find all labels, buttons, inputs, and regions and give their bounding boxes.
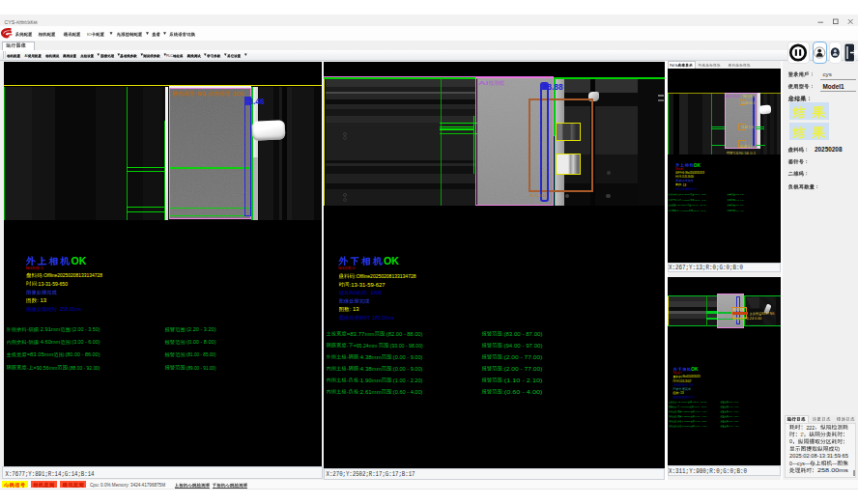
svg-text::(88.00 - 92.00): :(88.00 - 92.00) — [68, 365, 100, 371]
svg-text::(94.00 - 97.00): :(94.00 - 97.00) — [729, 406, 739, 407]
svg-text:Model1: Model1 — [823, 83, 844, 90]
svg-text::(81.00 - 85.00): :(81.00 - 85.00) — [186, 351, 216, 357]
svg-text:NG: NG — [670, 64, 678, 68]
svg-text::(0.60 - 4.00): :(0.60 - 4.00) — [502, 389, 543, 395]
svg-text:: 166: : 166 — [366, 290, 383, 295]
svg-text::(3.00 - 6.00): :(3.00 - 6.00) — [694, 199, 706, 201]
svg-text:: 13: : 13 — [679, 391, 684, 395]
svg-text:: 183.00ms: : 183.00ms — [369, 315, 394, 321]
svg-text:222: 222 — [806, 425, 815, 431]
svg-text:AI: AI — [726, 95, 731, 98]
svg-text:: 13: : 13 — [681, 183, 686, 187]
svg-text::(2.00 - 3.50): :(2.00 - 3.50) — [694, 193, 706, 195]
svg-text::4.38mm: :4.38mm — [681, 410, 690, 412]
svg-text:OK: OK — [691, 367, 699, 372]
svg-text::(1.10 - 2.10): :(1.10 - 2.10) — [502, 378, 543, 383]
svg-text::(2.00 - 77.00): :(2.00 - 77.00) — [729, 410, 739, 412]
svg-text:X:311;Y:980;R:0;G:0;B:0: X:311;Y:980;R:0;G:0;B:0 — [669, 467, 747, 475]
svg-text::(0.00 - 9.00): :(0.00 - 9.00) — [695, 410, 707, 412]
svg-text:: 166: : 166 — [688, 383, 694, 387]
svg-text:cys: cys — [823, 70, 832, 77]
svg-text:NG: NG — [673, 371, 676, 375]
svg-text:-: - — [347, 343, 349, 349]
svg-text:0—cys—: 0—cys— — [789, 461, 810, 466]
svg-text:OK: OK — [384, 255, 399, 266]
svg-text::(2.00 - 77.00): :(2.00 - 77.00) — [502, 354, 543, 360]
svg-text:-: - — [676, 425, 677, 427]
svg-text:52.48 0.1: 52.48 0.1 — [740, 145, 752, 149]
svg-text:CYS-: CYS- — [5, 19, 17, 25]
svg-text:Cpu: 0.0% Memory: 3424.4179687: Cpu: 0.0% Memory: 3424.41796875M — [90, 482, 165, 488]
svg-text::(3.00 - 6.00): :(3.00 - 6.00) — [71, 339, 100, 345]
svg-text:NG: NG — [338, 266, 344, 270]
svg-text:: 183.00ms: : 183.00ms — [691, 395, 695, 399]
svg-text:OK: OK — [72, 255, 87, 266]
svg-text:0: 0 — [789, 438, 792, 444]
svg-text:258.00ms: 258.00ms — [817, 467, 848, 473]
svg-text:PLC: PLC — [166, 54, 173, 58]
svg-text::2.91mm: :2.91mm — [39, 326, 60, 332]
svg-text::1: :1 — [40, 266, 43, 270]
svg-text:: 258.00ms: : 258.00ms — [694, 187, 698, 191]
svg-text::(2.20 - 3.20): :(2.20 - 3.20) — [735, 193, 744, 195]
svg-text::(1.10 - 2.10): :(1.10 - 2.10) — [729, 420, 739, 422]
svg-text:X:7677;Y:891;R:14;G:14;B:14: X:7677;Y:891;R:14;G:14;B:14 — [6, 470, 95, 478]
svg-text::(94.00 - 97.00): :(94.00 - 97.00) — [502, 343, 543, 349]
svg-text:=90.56mm: =90.56mm — [34, 365, 58, 371]
svg-text:AI: AI — [25, 54, 28, 58]
svg-text::(81.00 - 85.00): :(81.00 - 85.00) — [735, 204, 744, 206]
svg-text::(89.00 - 91.00): :(89.00 - 91.00) — [735, 210, 744, 211]
svg-text:-: - — [676, 210, 677, 211]
svg-text::(1.00 - 2.20): :(1.00 - 2.20) — [391, 378, 422, 383]
svg-text::(82.00 - 88.00): :(82.00 - 88.00) — [692, 401, 707, 403]
svg-text::(89.00 - 91.00): :(89.00 - 91.00) — [186, 365, 216, 371]
svg-text:-: - — [676, 199, 677, 201]
svg-text::(0.00 - 8.00): :(0.00 - 8.00) — [735, 199, 744, 201]
svg-text::13-31-59-650: :13-31-59-650 — [681, 175, 694, 179]
svg-text::(0.60 - 4.00): :(0.60 - 4.00) — [729, 425, 739, 427]
svg-text:-: - — [347, 366, 349, 372]
svg-text::(83.00 - 87.00): :(83.00 - 87.00) — [502, 331, 543, 337]
svg-text:=95.24mm: =95.24mm — [679, 406, 689, 407]
svg-text::(88.00 - 92.00): :(88.00 - 92.00) — [693, 210, 706, 211]
svg-text::(2.00 - 3.50): :(2.00 - 3.50) — [71, 326, 100, 332]
svg-text::100: :100 — [231, 91, 244, 97]
svg-text:AI: AI — [478, 80, 489, 86]
svg-text:83.77 NG: 83.77 NG — [761, 312, 775, 316]
svg-text::(82.00 - 88.00): :(82.00 - 88.00) — [385, 331, 423, 337]
svg-text::Offline20250208133134728: :Offline20250208133134728 — [43, 272, 102, 278]
svg-text:3.46: 3.46 — [249, 98, 265, 106]
svg-text::4.38mm: :4.38mm — [358, 354, 382, 360]
svg-text:=90.56mm: =90.56mm — [679, 210, 689, 211]
svg-text::4.60mm: :4.60mm — [39, 339, 60, 345]
svg-text::(0.60 - 4.00): :(0.60 - 4.00) — [391, 389, 422, 395]
svg-text:IO: IO — [87, 32, 92, 37]
svg-text:=83.77mm: =83.77mm — [676, 401, 687, 403]
svg-text:-: - — [27, 326, 29, 332]
svg-text::(1.00 - 2.20): :(1.00 - 2.20) — [695, 420, 707, 422]
svg-text:=83.05mm: =83.05mm — [27, 351, 54, 357]
svg-text::1.90mm: :1.90mm — [358, 378, 382, 383]
svg-text:-: - — [676, 415, 677, 417]
svg-text:95.24 0.60: 95.24 0.60 — [745, 317, 762, 321]
svg-text:-: - — [676, 193, 677, 195]
svg-text:X:267;Y:13;R:0;G:0;B:0: X:267;Y:13;R:0;G:0;B:0 — [669, 264, 743, 271]
svg-text::(2.00 - 77.00): :(2.00 - 77.00) — [729, 415, 739, 417]
svg-text::(80.00 - 86.00): :(80.00 - 86.00) — [692, 204, 707, 206]
svg-text:-: - — [27, 365, 29, 371]
svg-text::93,: :93, — [195, 91, 210, 97]
svg-text:53.48 90.1: 53.48 90.1 — [741, 101, 756, 105]
svg-text:OK: OK — [694, 163, 701, 168]
svg-text:=83.77mm: =83.77mm — [347, 331, 375, 337]
svg-text:=83.05mm: =83.05mm — [676, 204, 687, 206]
svg-text::13-31-59-627: :13-31-59-627 — [350, 282, 386, 288]
svg-text:-: - — [347, 354, 349, 360]
svg-text:-: - — [347, 378, 349, 383]
svg-text::(93.00 - 98.00): :(93.00 - 98.00) — [388, 343, 423, 349]
svg-text:-: - — [676, 410, 677, 412]
svg-text::(2.00 - 77.00): :(2.00 - 77.00) — [502, 366, 543, 372]
svg-text::2.61mm: :2.61mm — [358, 389, 382, 395]
svg-text:90.56 0.1: 90.56 0.1 — [739, 152, 756, 155]
svg-text:: 258.00ms: : 258.00ms — [57, 306, 82, 312]
svg-text::(93.00 - 98.00): :(93.00 - 98.00) — [694, 406, 707, 407]
